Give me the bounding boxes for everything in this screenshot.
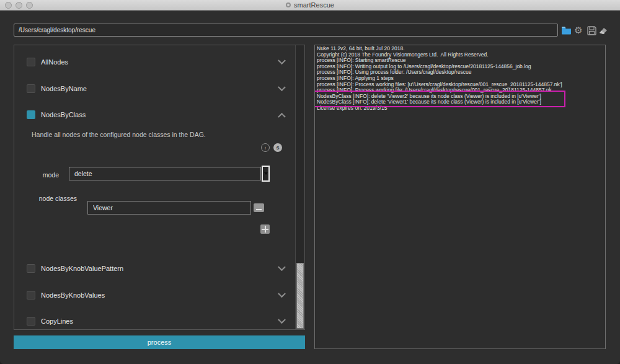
section-label: NodesByKnobValues (41, 291, 105, 299)
section-allnodes[interactable]: AllNodes (27, 57, 285, 67)
checkbox-nodesbyknobvaluepattern[interactable] (27, 264, 35, 273)
section-label: AllNodes (41, 58, 68, 66)
plus-icon (265, 226, 266, 233)
process-button[interactable]: process (14, 335, 305, 349)
mode-label: mode (14, 171, 59, 179)
chevron-down-icon[interactable] (278, 56, 286, 64)
log-panel[interactable]: Nuke 11.2v2, 64 bit, built Jul 20 2018. … (314, 45, 606, 349)
save-icon[interactable] (586, 25, 597, 36)
section-copylines[interactable]: CopyLines (27, 316, 285, 326)
node-class-input[interactable] (87, 201, 251, 215)
section-nodesbyknobvaluepattern[interactable]: NodesByKnobValuePattern (27, 264, 285, 273)
add-class-button[interactable] (260, 224, 270, 234)
chevron-down-icon[interactable] (278, 316, 286, 324)
window-title: smartRescue (294, 1, 334, 9)
scrollbar-track[interactable] (295, 45, 304, 329)
info-icon[interactable]: i (261, 143, 270, 152)
section-label: NodesByName (41, 85, 87, 92)
app-window: smartRescue ⚙ AllNodes (0, 0, 620, 364)
checkbox-allnodes[interactable] (27, 58, 35, 66)
checkbox-nodesbyclass[interactable] (27, 110, 35, 119)
chevron-down-icon (264, 172, 268, 175)
section-label: NodesByKnobValuePattern (41, 265, 123, 272)
section-nodesbyknobvalues[interactable]: NodesByKnobValues (27, 290, 285, 300)
mode-select[interactable]: delete (69, 167, 261, 180)
scrollbar-thumb[interactable] (296, 263, 304, 329)
log-output: Nuke 11.2v2, 64 bit, built Jul 20 2018. … (315, 45, 605, 348)
section-label: NodesByClass (41, 111, 86, 118)
steps-panel: AllNodes NodesByName NodesByClass Handle… (14, 45, 305, 330)
gear-icon[interactable]: ⚙ (573, 25, 584, 36)
chevron-up-icon[interactable] (278, 112, 286, 120)
folder-icon[interactable] (560, 25, 572, 36)
remove-class-button[interactable] (254, 203, 264, 212)
checkbox-copylines[interactable] (27, 317, 35, 326)
log-line: License expires on: 2019/3/15 (317, 105, 603, 112)
chevron-down-icon[interactable] (278, 290, 286, 298)
mode-dropdown-button[interactable] (262, 166, 270, 182)
section-nodesbyclass[interactable]: NodesByClass (27, 110, 285, 120)
chevron-down-icon[interactable] (278, 83, 286, 91)
chevron-down-icon[interactable] (278, 263, 286, 271)
checkbox-nodesbyname[interactable] (27, 84, 35, 93)
node-classes-label: node classes (14, 195, 77, 202)
app-icon (286, 2, 291, 7)
section-description: Handle all nodes of the configured node … (32, 131, 206, 138)
titlebar: smartRescue (0, 0, 620, 11)
section-nodesbyname[interactable]: NodesByName (27, 84, 285, 94)
eraser-icon[interactable] (598, 25, 609, 36)
checkbox-nodesbyknobvalues[interactable] (27, 291, 35, 300)
section-label: CopyLines (41, 317, 73, 325)
title-wrap: smartRescue (0, 0, 620, 10)
process-folder-input[interactable] (14, 24, 558, 37)
s-badge-icon[interactable]: s (273, 143, 282, 152)
